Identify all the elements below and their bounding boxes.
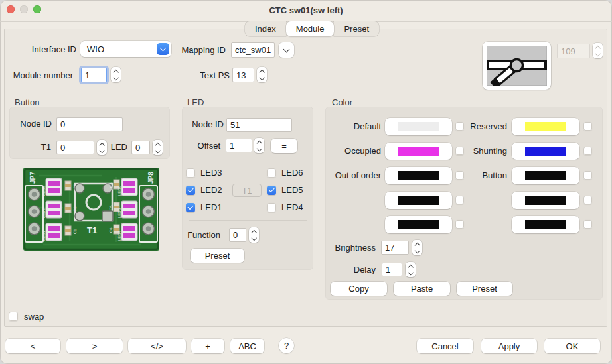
- swap-checkbox[interactable]: [9, 312, 18, 321]
- extra-color-checkbox-2[interactable]: [583, 196, 592, 204]
- button-led-field[interactable]: 0: [131, 141, 150, 154]
- extra-color-checkbox-3[interactable]: [455, 220, 464, 229]
- button-node-id-field[interactable]: 0: [56, 117, 123, 131]
- code-button[interactable]: </>: [128, 339, 186, 353]
- led3-checkbox-label: LED3: [200, 168, 222, 178]
- tab-module[interactable]: Module: [286, 21, 335, 36]
- extra-color-swatch-3: [398, 220, 439, 229]
- function-label: Function: [182, 230, 220, 241]
- button-node-id-label: Node ID: [9, 119, 52, 129]
- interface-id-value: WIO: [87, 44, 104, 54]
- mapping-id-label: Mapping ID: [159, 45, 226, 56]
- swap-checkbox-label: swap: [24, 312, 44, 322]
- equals-button[interactable]: =: [271, 139, 297, 153]
- mapping-id-dropdown-button[interactable]: [279, 42, 294, 58]
- color-preset-button[interactable]: Preset: [457, 282, 512, 296]
- cancel-button[interactable]: Cancel: [417, 339, 473, 353]
- out-of-order-color-swatch: [398, 171, 439, 180]
- ok-button[interactable]: OK: [544, 339, 600, 353]
- led1-checkbox[interactable]: [186, 203, 195, 212]
- extra-color-checkbox-4[interactable]: [583, 220, 592, 229]
- function-stepper[interactable]: [249, 227, 259, 243]
- pcb-label-c1: C1: [73, 229, 77, 234]
- led6-checkbox-label: LED6: [281, 168, 303, 178]
- tab-preset[interactable]: Preset: [334, 21, 379, 36]
- led3-checkbox[interactable]: [186, 168, 195, 178]
- led-offset-stepper[interactable]: [254, 138, 264, 153]
- module-number-field[interactable]: 1: [81, 68, 107, 82]
- apply-button[interactable]: Apply: [481, 339, 537, 353]
- delay-field[interactable]: 1: [382, 263, 402, 276]
- text-ps-stepper[interactable]: [257, 67, 267, 82]
- pcb-label-t1: T1: [87, 225, 97, 235]
- pcb-label-led6: LED6: [117, 185, 121, 196]
- extra-color-checkbox-1[interactable]: [455, 196, 464, 204]
- brightness-label: Brightness: [325, 243, 376, 253]
- titlebar: CTC sw01(sw left): [0, 0, 612, 22]
- occupied-color-swatch: [398, 147, 439, 156]
- symbol-image-button[interactable]: [483, 42, 551, 90]
- mapping-id-field[interactable]: ctc_sw01: [231, 42, 275, 58]
- button-group-title: Button: [15, 97, 40, 107]
- text-ps-field[interactable]: 13: [232, 68, 254, 82]
- brightness-stepper[interactable]: [412, 240, 422, 255]
- pcb-label-c4: C4: [109, 182, 113, 188]
- copy-button[interactable]: Copy: [331, 282, 387, 296]
- symbol-number-field: 109: [557, 44, 590, 58]
- button-color-checkbox[interactable]: [583, 171, 592, 180]
- shunting-color-checkbox[interactable]: [583, 147, 592, 155]
- extra-color-button-4[interactable]: [512, 216, 579, 233]
- extra-color-swatch-4: [525, 220, 566, 229]
- abc-button[interactable]: ABC: [230, 339, 264, 353]
- led6-checkbox[interactable]: [267, 168, 276, 178]
- led-preset-button[interactable]: Preset: [191, 249, 244, 263]
- paste-button[interactable]: Paste: [394, 282, 450, 296]
- delay-label: Delay: [325, 265, 376, 275]
- extra-color-button-2[interactable]: [512, 192, 579, 209]
- default-color-swatch: [398, 122, 439, 131]
- tab-index[interactable]: Index: [245, 21, 286, 36]
- text-ps-label: Text PS: [163, 70, 230, 81]
- pcb-label-led5: LED5: [117, 208, 121, 218]
- led2-checkbox[interactable]: [186, 186, 195, 195]
- led1-checkbox-label: LED1: [200, 202, 222, 213]
- reserved-color-checkbox[interactable]: [583, 122, 592, 131]
- add-button[interactable]: +: [191, 339, 224, 353]
- pcb-label-c6: C6: [109, 227, 113, 233]
- button-led-stepper[interactable]: [153, 140, 163, 155]
- led-node-id-label: Node ID: [182, 119, 224, 130]
- symbol-number-stepper: [593, 43, 603, 58]
- led-node-id-field[interactable]: 51: [226, 118, 292, 132]
- extra-color-button-3[interactable]: [385, 216, 452, 233]
- dialog-window: CTC sw01(sw left) Index Module Preset In…: [0, 0, 612, 364]
- led-group: Node ID 51 Offset 1 = LED3 LED6 LED2 T1 …: [182, 107, 313, 270]
- chevron-down-icon: [283, 47, 290, 54]
- led2-checkbox-label: LED2: [200, 185, 222, 196]
- led5-checkbox[interactable]: [267, 186, 276, 195]
- interface-id-popup[interactable]: WIO: [80, 41, 171, 57]
- occupied-color-button[interactable]: [385, 143, 452, 160]
- out-of-order-color-button[interactable]: [385, 167, 452, 184]
- reserved-color-label: Reserved: [451, 121, 507, 132]
- button-t1-label: T1: [9, 142, 51, 152]
- led4-checkbox[interactable]: [267, 203, 276, 212]
- reserved-color-button[interactable]: [512, 118, 579, 135]
- default-color-button[interactable]: [385, 118, 452, 135]
- next-button[interactable]: >: [66, 339, 123, 353]
- pcb-image: JP7 LED3 LED2 LED1 C3 C2 C1: [23, 168, 159, 251]
- shunting-color-button[interactable]: [512, 143, 579, 160]
- help-button[interactable]: ?: [279, 338, 294, 353]
- led-offset-field[interactable]: 1: [226, 139, 252, 152]
- button-color-button[interactable]: [512, 167, 579, 184]
- prev-button[interactable]: <: [5, 339, 60, 353]
- pcb-label-led2: LED2: [42, 208, 46, 218]
- brightness-field[interactable]: 17: [381, 241, 409, 255]
- color-group-title: Color: [332, 97, 352, 107]
- delay-stepper[interactable]: [406, 262, 416, 277]
- pcb-label-led4: LED4: [117, 230, 121, 241]
- button-led-label: LED: [89, 142, 127, 152]
- shunting-color-label: Shunting: [451, 146, 507, 156]
- extra-color-button-1[interactable]: [385, 192, 452, 209]
- module-number-stepper[interactable]: [111, 67, 121, 82]
- function-field[interactable]: 0: [229, 228, 246, 242]
